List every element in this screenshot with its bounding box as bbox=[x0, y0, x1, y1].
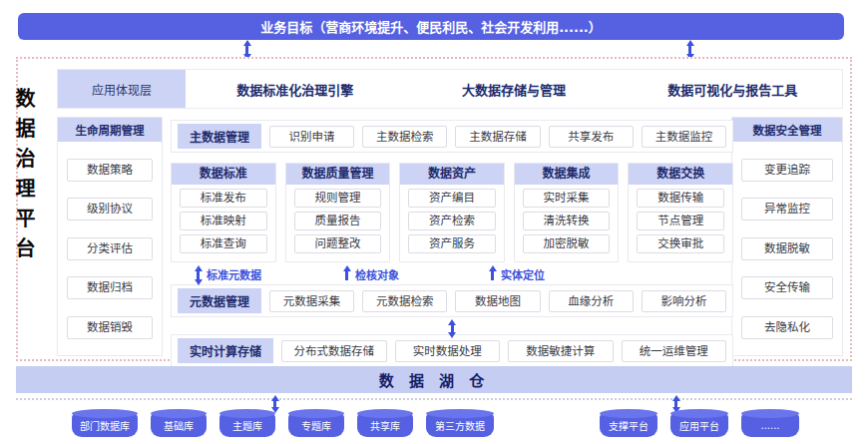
feature-item: 主数据检索 bbox=[362, 126, 447, 148]
feature-item: 影响分析 bbox=[642, 290, 726, 312]
column-title: 数据标准 bbox=[172, 164, 275, 185]
architecture-diagram: 业务目标（营商环境提升、便民利民、社会开发利用......） 应用体现层 数据标… bbox=[0, 0, 868, 444]
feature-item: 识别申请 bbox=[269, 126, 354, 148]
feature-item: 标准发布 bbox=[180, 189, 267, 208]
feature-item: 统一运维管理 bbox=[622, 340, 727, 362]
feature-item: 质量报告 bbox=[294, 212, 382, 230]
column-title: 数据交换 bbox=[629, 164, 732, 185]
column-data-asset: 数据资产 资产编目 资产检索 资产服务 bbox=[399, 163, 505, 262]
feature-item: 数据销毁 bbox=[67, 316, 153, 339]
database-label: 共享库 bbox=[370, 418, 400, 433]
flow-annotations: 标准元数据 检核对象 实体定位 bbox=[171, 266, 733, 282]
flow-label: 标准元数据 bbox=[207, 266, 261, 282]
feature-item: 元数据采集 bbox=[269, 290, 354, 312]
master-data-row: 主数据管理 识别申请 主数据检索 主数据存储 共享发布 主数据监控 bbox=[171, 120, 733, 153]
feature-item: 元数据检索 bbox=[362, 290, 447, 312]
column-title: 数据集成 bbox=[515, 164, 619, 185]
feature-item: 异常监控 bbox=[741, 198, 833, 221]
feature-item: 节点管理 bbox=[637, 212, 724, 230]
feature-item: 数据敏捷计算 bbox=[508, 340, 614, 362]
database-cylinder-icon: 专题库 bbox=[288, 414, 344, 437]
flow-check-object: 检核对象 bbox=[345, 266, 399, 282]
feature-item: 资产编目 bbox=[408, 189, 496, 208]
security-panel-title: 数据安全管理 bbox=[732, 118, 842, 142]
platform-cylinder-icon: 应用平台 bbox=[670, 414, 728, 437]
security-panel: 数据安全管理 变更追踪 异常监控 数据脱敏 安全传输 去隐私化 bbox=[731, 117, 843, 356]
database-cylinder-icon: 基础库 bbox=[151, 414, 207, 437]
lifecycle-items: 数据策略 级别协议 分类评估 数据归档 数据销毁 bbox=[58, 142, 162, 355]
feature-item: 主数据存储 bbox=[455, 126, 540, 148]
lifecycle-panel-title: 生命周期管理 bbox=[58, 118, 162, 142]
database-cylinder-icon: 第三方数据 bbox=[426, 414, 494, 437]
governance-platform-container: 应用体现层 数据标准化治理引擎 大数据存储与管理 数据可视化与报告工具 生命周期… bbox=[16, 57, 852, 361]
app-layer-storage: 大数据存储与管理 bbox=[404, 70, 623, 108]
master-data-label: 主数据管理 bbox=[178, 124, 261, 149]
feature-item: 交换审批 bbox=[637, 234, 724, 253]
platform-cylinder-icon: ...... bbox=[741, 414, 799, 437]
up-down-arrow-icon bbox=[451, 325, 454, 332]
data-lake-banner: 数 据 湖 仓 bbox=[16, 366, 852, 393]
column-title: 数据资产 bbox=[400, 164, 504, 185]
business-goal-banner: 业务目标（营商环境提升、便民利民、社会开发利用......） bbox=[18, 13, 844, 40]
metadata-row: 元数据管理 元数据采集 元数据检索 数据地图 血缘分析 影响分析 bbox=[171, 284, 733, 317]
feature-item: 清洗转换 bbox=[523, 212, 611, 230]
column-data-integration: 数据集成 实时采集 清洗转换 加密脱敏 bbox=[514, 163, 620, 262]
database-label: 基础库 bbox=[164, 418, 194, 433]
up-down-arrow-icon bbox=[197, 271, 200, 280]
feature-item: 去隐私化 bbox=[741, 316, 833, 339]
data-sources-row: 部门数据库 基础库 主题库 专题库 共享库 第三方数据 支撑平台 应用平台 ..… bbox=[16, 408, 852, 437]
feature-item: 加密脱敏 bbox=[523, 234, 611, 253]
capability-columns: 数据标准 标准发布 标准映射 标准查询 数据质量管理 规则管理 质量报告 问题整… bbox=[171, 163, 733, 262]
feature-item: 数据脱敏 bbox=[741, 237, 833, 260]
platform-label: 支撑平台 bbox=[609, 418, 649, 433]
flow-standard-metadata: 标准元数据 bbox=[197, 266, 261, 282]
feature-item: 分布式数据存储 bbox=[281, 340, 387, 362]
feature-item: 问题整改 bbox=[294, 234, 382, 253]
database-label: 专题库 bbox=[301, 418, 331, 433]
up-down-arrow-icon bbox=[273, 401, 276, 407]
column-data-exchange: 数据交换 数据传输 节点管理 交换审批 bbox=[628, 163, 733, 262]
up-down-arrow-icon bbox=[245, 46, 248, 54]
feature-item: 安全传输 bbox=[741, 276, 833, 299]
up-arrow-icon bbox=[345, 271, 348, 280]
feature-item: 规则管理 bbox=[294, 189, 382, 208]
database-label: 第三方数据 bbox=[435, 418, 485, 433]
column-data-standard: 数据标准 标准发布 标准映射 标准查询 bbox=[171, 163, 276, 262]
lifecycle-panel: 生命周期管理 数据策略 级别协议 分类评估 数据归档 数据销毁 bbox=[57, 117, 163, 356]
app-layer-label: 应用体现层 bbox=[58, 70, 186, 108]
feature-item: 数据策略 bbox=[67, 159, 153, 182]
column-data-quality: 数据质量管理 规则管理 质量报告 问题整改 bbox=[285, 163, 391, 262]
platform-title: 数据治理平台 bbox=[10, 88, 39, 267]
feature-item: 资产服务 bbox=[408, 234, 496, 253]
app-layer-row: 应用体现层 数据标准化治理引擎 大数据存储与管理 数据可视化与报告工具 bbox=[57, 69, 843, 109]
flow-entity-location: 实体定位 bbox=[491, 266, 545, 282]
feature-item: 数据地图 bbox=[455, 290, 540, 312]
database-cylinder-icon: 主题库 bbox=[219, 414, 275, 437]
app-layer-visualization: 数据可视化与报告工具 bbox=[624, 70, 842, 108]
security-items: 变更追踪 异常监控 数据脱敏 安全传输 去隐私化 bbox=[732, 142, 842, 355]
feature-item: 实时采集 bbox=[523, 189, 611, 208]
metadata-realtime-link bbox=[171, 320, 733, 332]
realtime-row: 实时计算存储 分布式数据存储 实时数据处理 数据敏捷计算 统一运维管理 bbox=[171, 334, 733, 367]
database-label: 主题库 bbox=[232, 418, 262, 433]
database-cylinder-icon: 共享库 bbox=[357, 414, 413, 437]
feature-item: 血缘分析 bbox=[549, 290, 634, 312]
feature-item: 资产检索 bbox=[408, 212, 496, 230]
platform-label: 应用平台 bbox=[679, 418, 719, 433]
platform-label: ...... bbox=[760, 420, 779, 431]
bottom-divider bbox=[16, 398, 852, 400]
database-label: 部门数据库 bbox=[80, 418, 130, 433]
up-down-arrow-icon bbox=[674, 401, 677, 407]
feature-item: 实时数据处理 bbox=[395, 340, 501, 362]
app-layer-engine: 数据标准化治理引擎 bbox=[186, 70, 404, 108]
realtime-label: 实时计算存储 bbox=[178, 338, 273, 363]
feature-item: 标准映射 bbox=[180, 212, 267, 230]
feature-item: 数据归档 bbox=[67, 276, 153, 299]
platform-cylinder-icon: 支撑平台 bbox=[600, 414, 657, 437]
feature-item: 级别协议 bbox=[67, 198, 153, 221]
feature-item: 标准查询 bbox=[180, 234, 267, 253]
flow-label: 实体定位 bbox=[501, 266, 545, 282]
feature-item: 分类评估 bbox=[67, 237, 153, 260]
database-cylinder-icon: 部门数据库 bbox=[72, 414, 138, 437]
up-arrow-icon bbox=[491, 271, 494, 280]
